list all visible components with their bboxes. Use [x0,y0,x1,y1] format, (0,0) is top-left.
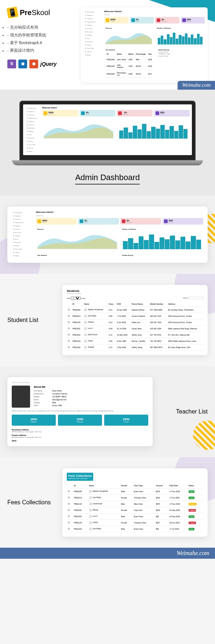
sidebar-item[interactable]: Events [84,43,102,47]
avatar [84,321,87,324]
sidebar-item[interactable]: Departments [84,20,102,24]
row-checkbox[interactable] [68,490,70,492]
bar [200,37,203,44]
sidebar-item[interactable]: Fees [84,37,102,40]
table-row[interactable]: PRE2143Vincent12 A8 Jan 2002Kelley Joe40… [67,319,203,326]
row-checkbox[interactable] [68,503,70,505]
sidebar-item[interactable]: Teachers [25,113,40,117]
sidebar-item[interactable]: Subjects [84,24,102,27]
sidebar-item[interactable]: Library [12,251,34,254]
row-checkbox[interactable] [68,515,70,517]
sidebar-item[interactable]: Fees [25,133,40,136]
sidebar-item[interactable]: Holiday [12,234,34,237]
table-row[interactable]: PRE2213Joe KelleyFemaleTransport Fees$43… [67,495,203,501]
row-checkbox[interactable] [68,315,70,317]
sidebar-item[interactable]: Fees [12,237,34,241]
field-key: DOB : [34,404,52,407]
col-header: Gender [120,483,133,489]
sidebar-item[interactable]: Events [12,244,34,247]
sidebar-item[interactable]: Students [12,214,34,218]
sidebar-item[interactable]: Exam list [84,40,102,43]
sidebar-item[interactable]: Teachers [84,17,102,20]
row-checkbox[interactable] [68,334,70,336]
stat-label: Awards [86,114,90,115]
sidebar-item[interactable]: Subjects [25,120,40,123]
sidebar-item[interactable]: Exam list [12,241,34,244]
table-row[interactable]: PRE2431MinnieFemaleClass Test$24604 Sep … [67,507,203,514]
sidebar-item[interactable]: Invoices [12,228,34,231]
sidebar-item[interactable]: Accounts [25,126,40,130]
table-row[interactable]: PRE1252Joe KelleyMaleExam Fees$5617 Jul … [67,526,203,532]
search-input[interactable] [189,297,203,299]
breadcrumb: Teachers / Teachers Details [12,382,148,383]
table-row[interactable]: PRE2209Nathan HumphriesMaleExam Fees$378… [67,489,203,495]
about-heading: About Me [34,386,148,388]
table-row[interactable]: PRE1534David Scott11 A12 May 2003Jeffrey… [67,332,203,338]
row-checkbox[interactable] [68,497,70,498]
sidebar-item[interactable]: Library [25,146,40,150]
entries-select[interactable]: 10 [71,297,81,300]
sidebar-item[interactable]: Students [84,14,102,17]
sidebar-item[interactable]: Dashboard [84,10,102,14]
row-checkbox[interactable] [68,340,70,342]
sidebar-item[interactable]: Library [84,50,102,53]
row-checkbox[interactable] [68,321,70,323]
table-row[interactable]: PRE2213Joe Kelley10 B7 Oct 2000Vincent H… [67,313,203,319]
sidebar-item[interactable]: Subjects [12,224,34,228]
table-row[interactable]: PRE2431Lori A10 B22 Jul 2006Casey Wray41… [67,326,203,332]
row-checkbox[interactable] [68,528,70,530]
sidebar-item[interactable]: Accounts [12,231,34,234]
activity-title: Student Activity [122,254,202,256]
table-row[interactable]: PRE1534Lori AMaleExam Fees$5602 Sep 2020… [67,514,203,520]
sidebar-item[interactable]: Time Table [25,143,40,146]
sidebar-item[interactable]: Holiday [25,130,40,133]
row-checkbox[interactable] [68,509,70,511]
table-row[interactable]: PRE2209Nathan Humphries10 A24 Apr 1996St… [67,307,203,313]
col-header: Class [108,301,116,307]
table-row[interactable]: PRE2153Calvin12 B8 Dec 1995Minnie J. Sha… [67,338,203,344]
sidebar-item[interactable]: Departments [25,117,40,120]
table-row[interactable]: PRE2143Levell ScottMaleMess Fees$37817 N… [67,501,203,507]
bar [139,236,143,249]
row-checkbox[interactable] [68,522,70,523]
sidebar-item[interactable]: Invoices [84,27,102,30]
feature-item: 充分响应式布局 [10,25,38,29]
sidebar-item[interactable]: Accounts [84,30,102,33]
sidebar-item[interactable]: Time Table [12,247,34,251]
bar [160,237,164,250]
table-row[interactable]: PRE2309John Smith118598%2019 [106,57,153,62]
sidebar-item[interactable]: Blogs [12,254,34,257]
table-row[interactable]: PRE2153CalvinFemaleTransport Fees$23728 … [67,520,203,526]
field-key: Gender : [34,401,52,404]
sidebar-item[interactable]: Invoices [25,123,40,126]
sidebar-item[interactable]: Exam list [25,136,40,140]
field-value: +91 89657 48512 [52,396,66,398]
row-checkbox[interactable] [68,346,70,348]
sidebar-item[interactable]: Blogs [84,53,102,57]
bar [183,129,187,139]
sidebar-item[interactable]: Departments [12,221,34,224]
table-row[interactable]: PRE1625Pennington Joy119699.6%2017 [106,70,153,78]
table-row[interactable]: PRE1245Jolie Hoskins119599.5%2018 [106,62,153,70]
sidebar-item[interactable]: Dashboard [12,211,34,214]
feature-item: 界面设计简约 [10,48,34,53]
row-checkbox[interactable] [68,309,70,311]
teacher-list-heading: Teacher List [160,408,208,415]
sidebar-item[interactable]: Teachers [12,218,34,221]
sidebar-item[interactable]: Time Table [84,47,102,50]
breadcrumb: Dashboard [104,14,205,15]
html5-icon: ⬢ [29,60,38,68]
sidebar-item[interactable]: Dashboard [25,107,40,110]
row-checkbox[interactable] [68,328,70,329]
sidebar-item[interactable]: Events [25,140,40,143]
teacher-card: Teachers / Teachers Details About Me Ful… [7,377,153,446]
sidebar-item[interactable]: Students [25,110,40,113]
sidebar-item[interactable]: Blogs [25,150,40,153]
bar [128,238,133,249]
bar [191,236,196,249]
bar [179,125,183,139]
sidebar-item[interactable]: Holiday [84,33,102,37]
col-header: ID [106,51,116,57]
table-row[interactable]: PRE1252Aubyah11 A2 Feb 2002Jeffrey Wong0… [67,344,203,351]
fees-heading: Fees Collections [7,499,55,506]
